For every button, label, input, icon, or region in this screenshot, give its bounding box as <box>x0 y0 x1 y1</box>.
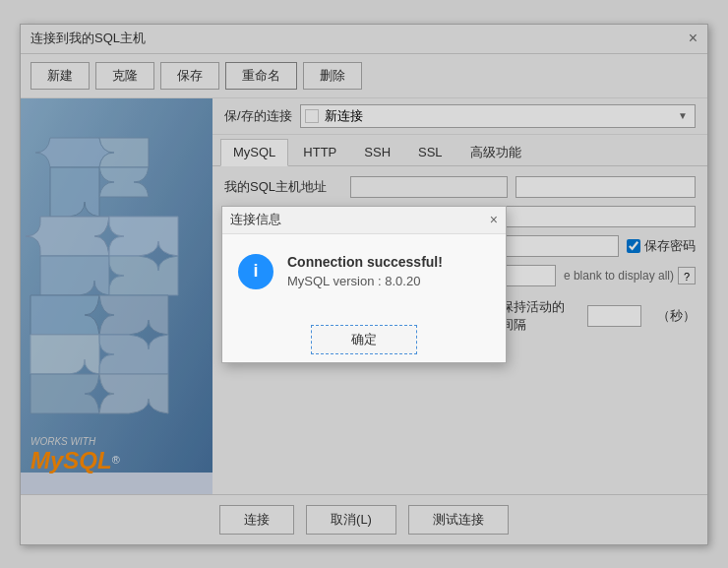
modal-title-bar: 连接信息 × <box>222 207 506 234</box>
modal-close-button[interactable]: × <box>490 213 498 226</box>
modal-overlay: 连接信息 × i Connection successful! MySQL ve… <box>21 25 707 544</box>
modal-icon-label: i <box>253 261 258 282</box>
modal-dialog: 连接信息 × i Connection successful! MySQL ve… <box>221 206 507 363</box>
main-window: 连接到我的SQL主机 × 新建 克隆 保存 重命名 删除 <box>20 24 708 545</box>
modal-message: Connection successful! MySQL version : 8… <box>287 254 490 288</box>
modal-ok-button[interactable]: 确定 <box>311 325 417 354</box>
modal-message-sub: MySQL version : 8.0.20 <box>287 274 490 288</box>
modal-body: i Connection successful! MySQL version :… <box>222 234 506 317</box>
modal-message-title: Connection successful! <box>287 254 490 270</box>
modal-info-icon: i <box>238 254 273 289</box>
modal-footer: 确定 <box>222 317 506 362</box>
modal-title: 连接信息 <box>230 211 281 228</box>
